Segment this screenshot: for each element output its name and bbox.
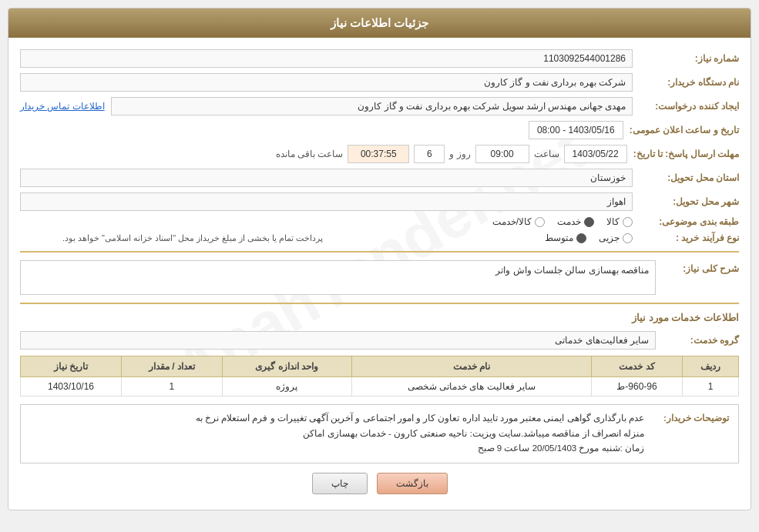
category-kala-label: کالا: [606, 216, 620, 227]
buyer-org-value: شرکت بهره برداری نفت و گاز کارون: [20, 73, 633, 92]
category-khadamat-radio[interactable]: [584, 217, 594, 227]
reply-time-label: ساعت: [534, 149, 559, 159]
need-number-row: شماره نیاز: 1103092544001286: [20, 49, 739, 68]
buttons-row: بازگشت چاپ: [20, 473, 739, 494]
back-button[interactable]: بازگشت: [377, 473, 448, 494]
creator-value: مهدی جهانی مهندس ارشد سویل شرکت بهره برد…: [111, 97, 633, 115]
announce-date-row: تاریخ و ساعت اعلان عمومی: 1403/05/16 - 0…: [20, 121, 739, 139]
need-number-value: 1103092544001286: [20, 49, 633, 68]
purchase-motavaset[interactable]: متوسط: [545, 233, 586, 243]
services-table: ردیف کد خدمت نام خدمت واحد اندازه گیری ت…: [20, 356, 739, 396]
buyer-notes-line1: عدم بارگذاری گواهی ایمنی معتبر مورد تایی…: [30, 411, 644, 427]
main-card: AnahTender.net جزئیات اطلاعات نیاز شماره…: [8, 8, 751, 510]
cell-row-num: 1: [682, 377, 738, 396]
category-kala[interactable]: کالا: [606, 216, 633, 227]
purchase-jozi[interactable]: جزیی: [599, 233, 633, 243]
col-service-name: نام خدمت: [351, 356, 592, 377]
table-row: 1 960-96-ط سایر فعالیت های خدماتی شخصی پ…: [21, 377, 739, 396]
purchase-jozi-label: جزیی: [599, 233, 620, 243]
province-label: استان محل تحویل:: [639, 172, 739, 183]
buyer-notes-line3: زمان :شنبه مورخ 20/05/1403 ساعت 9 صبح: [30, 441, 644, 457]
purchase-type-radio-group: جزیی متوسط: [330, 233, 633, 243]
buyer-notes-line2: منزله انصراف از مناقصه میباشد.سایت ویزیت…: [30, 427, 644, 442]
reply-deadline-row: مهلت ارسال پاسخ: تا تاریخ: 1403/05/22 سا…: [20, 145, 739, 163]
category-row: طبقه بندی موضوعی: کالا خدمت کالا/خدمت: [20, 216, 739, 227]
province-value: خوزستان: [20, 169, 633, 187]
purchase-motavaset-label: متوسط: [545, 233, 573, 243]
remain-time-value: 00:37:55: [348, 145, 409, 163]
buyer-notes-box: توضیحات خریدار: عدم بارگذاری گواهی ایمنی…: [20, 404, 739, 463]
reply-days-value: 6: [414, 145, 445, 163]
category-kala-radio[interactable]: [623, 217, 633, 227]
col-date: تاریخ نیاز: [21, 356, 122, 377]
purchase-type-row: نوع فرآیند خرید : جزیی متوسط پرداخت تمام…: [20, 233, 739, 243]
description-value: مناقصه بهسازی سالن جلسات واش واتر: [20, 260, 656, 295]
reply-date-time-row: 1403/05/22 ساعت 09:00 روز و 6 00:37:55 س…: [20, 145, 627, 163]
cell-quantity: 1: [122, 377, 223, 396]
reply-days-label: روز و: [449, 149, 470, 159]
creator-contact-link[interactable]: اطلاعات تماس خریدار: [20, 101, 105, 112]
city-value: اهواز: [20, 192, 633, 211]
col-unit: واحد اندازه گیری: [222, 356, 351, 377]
reply-deadline-label: مهلت ارسال پاسخ: تا تاریخ:: [633, 149, 739, 159]
page-title: جزئیات اطلاعات نیاز: [8, 8, 751, 38]
buyer-org-label: نام دستگاه خریدار:: [639, 77, 739, 88]
creator-label: ایجاد کننده درخواست:: [639, 101, 739, 112]
service-group-label: گروه خدمت:: [662, 335, 739, 346]
services-section-title: اطلاعات خدمات مورد نیاز: [20, 312, 739, 323]
service-group-row: گروه خدمت: سایر فعالیت‌های خدماتی: [20, 331, 739, 350]
purchase-note: پرداخت تمام یا بخشی از مبلغ خریداز محل "…: [20, 233, 324, 243]
category-kala-khadamat-radio[interactable]: [535, 217, 545, 227]
print-button[interactable]: چاپ: [312, 473, 368, 494]
cell-date: 1403/10/16: [21, 377, 122, 396]
buyer-org-row: نام دستگاه خریدار: شرکت بهره برداری نفت …: [20, 73, 739, 92]
category-khadamat-label: خدمت: [557, 216, 581, 227]
category-kala-khadamat-label: کالا/خدمت: [492, 216, 532, 227]
announce-date-label: تاریخ و ساعت اعلان عمومی:: [630, 125, 739, 136]
service-group-value: سایر فعالیت‌های خدماتی: [20, 331, 656, 350]
col-row-num: ردیف: [682, 356, 738, 377]
category-kala-khadamat[interactable]: کالا/خدمت: [492, 216, 545, 227]
city-row: شهر محل تحویل: اهواز: [20, 192, 739, 211]
category-radio-group: کالا خدمت کالا/خدمت: [20, 216, 633, 227]
description-row: شرح کلی نیاز: مناقصه بهسازی سالن جلسات و…: [20, 260, 739, 295]
category-label: طبقه بندی موضوعی:: [639, 216, 739, 227]
creator-row: ایجاد کننده درخواست: مهدی جهانی مهندس ار…: [20, 97, 739, 115]
city-label: شهر محل تحویل:: [639, 196, 739, 207]
services-section: گروه خدمت: سایر فعالیت‌های خدماتی ردیف ک…: [20, 331, 739, 396]
divider-1: [20, 251, 739, 253]
category-khadamat[interactable]: خدمت: [557, 216, 594, 227]
purchase-motavaset-radio[interactable]: [576, 233, 586, 243]
reply-time-value: 09:00: [475, 145, 529, 163]
cell-unit: پروژه: [222, 377, 351, 396]
cell-service-name: سایر فعالیت های خدماتی شخصی: [351, 377, 592, 396]
buyer-notes-content: عدم بارگذاری گواهی ایمنی معتبر مورد تایی…: [30, 411, 644, 457]
need-number-label: شماره نیاز:: [639, 53, 739, 64]
announce-date-value: 1403/05/16 - 08:00: [529, 121, 623, 139]
remain-label: ساعت باقی مانده: [276, 149, 344, 159]
divider-2: [20, 303, 739, 304]
purchase-type-label: نوع فرآیند خرید :: [639, 233, 739, 243]
province-row: استان محل تحویل: خوزستان: [20, 169, 739, 187]
description-label: شرح کلی نیاز:: [662, 260, 739, 274]
col-service-code: کد خدمت: [592, 356, 683, 377]
col-quantity: تعداد / مقدار: [122, 356, 223, 377]
buyer-notes-label: توضیحات خریدار:: [652, 411, 729, 427]
reply-date-value: 1403/05/22: [564, 145, 627, 163]
cell-service-code: 960-96-ط: [592, 377, 683, 396]
table-header-row: ردیف کد خدمت نام خدمت واحد اندازه گیری ت…: [21, 356, 739, 377]
purchase-jozi-radio[interactable]: [623, 233, 633, 243]
